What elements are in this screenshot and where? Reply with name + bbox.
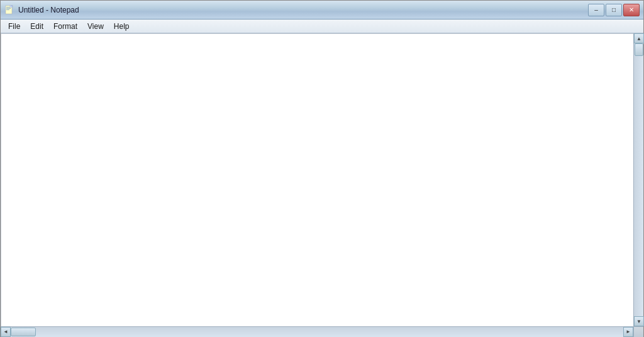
menu-format[interactable]: Format bbox=[48, 21, 82, 32]
svg-rect-2 bbox=[6, 8, 11, 9]
close-button[interactable]: ✕ bbox=[623, 4, 640, 16]
horizontal-scrollbar: ◄ ► bbox=[1, 327, 633, 336]
menu-edit[interactable]: Edit bbox=[25, 21, 48, 32]
svg-rect-3 bbox=[6, 9, 9, 10]
scroll-thumb-horizontal[interactable] bbox=[11, 328, 36, 336]
content-area: ▲ ▼ bbox=[1, 33, 643, 326]
window-title: Untitled - Notepad bbox=[18, 6, 79, 14]
window-controls: – □ ✕ bbox=[588, 4, 640, 16]
scroll-thumb-vertical[interactable] bbox=[635, 43, 643, 56]
menu-file[interactable]: File bbox=[3, 21, 25, 32]
scroll-left-button[interactable]: ◄ bbox=[1, 327, 11, 337]
editor-wrapper bbox=[1, 33, 633, 326]
scrollbar-corner bbox=[633, 327, 643, 337]
menu-bar: File Edit Format View Help bbox=[1, 19, 643, 33]
title-bar-left: Untitled - Notepad bbox=[4, 5, 79, 15]
editor-textarea[interactable] bbox=[1, 33, 633, 326]
scroll-down-button[interactable]: ▼ bbox=[634, 316, 644, 326]
scroll-right-button[interactable]: ► bbox=[623, 327, 633, 337]
maximize-button[interactable]: □ bbox=[606, 4, 622, 16]
title-bar: Untitled - Notepad – □ ✕ bbox=[1, 1, 643, 19]
notepad-app-icon bbox=[4, 5, 14, 15]
vertical-scrollbar: ▲ ▼ bbox=[633, 33, 643, 326]
scroll-up-button[interactable]: ▲ bbox=[634, 33, 644, 43]
notepad-window: Untitled - Notepad – □ ✕ File Edit Forma… bbox=[0, 0, 644, 337]
bottom-scrollbar-area: ◄ ► bbox=[1, 326, 643, 336]
minimize-button[interactable]: – bbox=[588, 4, 604, 16]
menu-view[interactable]: View bbox=[82, 21, 109, 32]
menu-help[interactable]: Help bbox=[109, 21, 135, 32]
scroll-track-horizontal[interactable] bbox=[11, 327, 623, 337]
scroll-track-vertical[interactable] bbox=[634, 43, 643, 316]
